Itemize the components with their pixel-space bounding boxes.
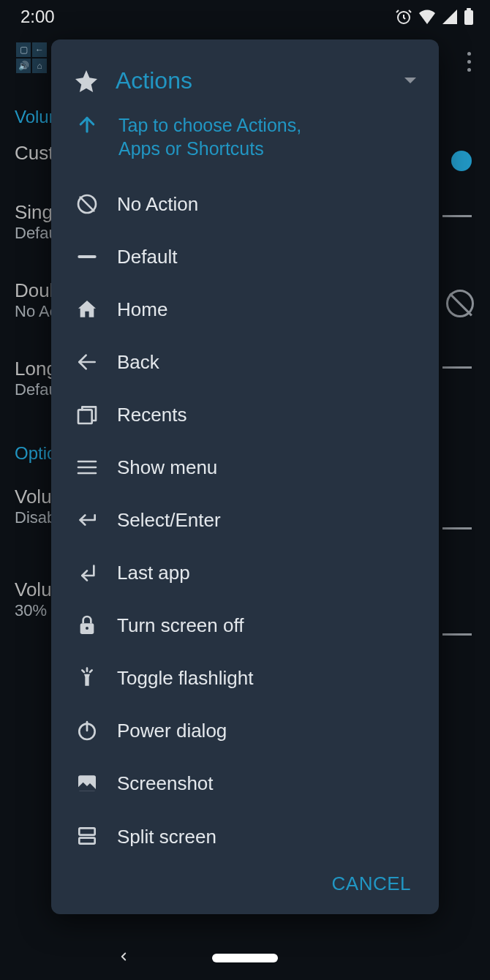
return-icon — [75, 508, 99, 532]
svg-rect-1 — [464, 10, 473, 25]
cancel-button[interactable]: CANCEL — [332, 872, 411, 895]
image-icon — [75, 771, 99, 796]
action-list: No ActionDefaultHomeBackRecentsShow menu… — [51, 178, 439, 859]
battery-icon — [464, 8, 474, 26]
action-item-label: Toggle flashlight — [117, 667, 253, 690]
dialog-footer: CANCEL — [51, 859, 439, 914]
star-icon — [73, 68, 99, 94]
last-app-icon — [75, 560, 99, 585]
action-item-screenshot[interactable]: Screenshot — [66, 757, 424, 810]
nav-home-pill[interactable] — [212, 954, 278, 962]
svg-point-6 — [86, 627, 88, 630]
action-item-label: Home — [117, 298, 167, 321]
action-item-label: Select/Enter — [117, 509, 221, 532]
overflow-icon[interactable] — [467, 52, 471, 72]
action-item-screen-off[interactable]: Turn screen off — [66, 599, 424, 652]
action-item-show-menu[interactable]: Show menu — [66, 441, 424, 494]
action-item-label: Recents — [117, 404, 186, 426]
recents-icon — [75, 402, 99, 427]
dialog-hint-row[interactable]: Tap to choose Actions, Apps or Shortcuts — [51, 103, 439, 178]
flashlight-icon — [75, 666, 99, 690]
action-item-label: Turn screen off — [117, 614, 244, 637]
svg-rect-2 — [467, 8, 471, 10]
power-icon — [75, 718, 99, 743]
actions-dialog: Actions Tap to choose Actions, Apps or S… — [51, 39, 439, 914]
action-item-home[interactable]: Home — [66, 283, 424, 336]
app-icon: ▢←🔊⌂ — [16, 42, 47, 73]
action-item-label: Default — [117, 246, 177, 268]
action-item-select-enter[interactable]: Select/Enter — [66, 494, 424, 546]
action-item-label: Last app — [117, 562, 190, 584]
dropdown-icon[interactable] — [404, 77, 417, 86]
menu-icon — [75, 455, 99, 480]
svg-rect-9 — [79, 828, 94, 834]
status-icons — [395, 8, 474, 26]
toggle-icon — [451, 151, 472, 171]
action-item-label: Screenshot — [117, 772, 214, 795]
dialog-hint-text: Tap to choose Actions, Apps or Shortcuts — [118, 113, 323, 160]
arrow-up-icon — [76, 113, 98, 135]
no-action-icon — [446, 290, 474, 317]
svg-rect-10 — [79, 838, 94, 844]
split-icon — [75, 823, 99, 848]
wifi-icon — [418, 9, 436, 25]
action-item-label: Back — [117, 351, 159, 374]
signal-icon — [442, 9, 458, 25]
action-item-split-screen[interactable]: Split screen — [66, 810, 424, 859]
dash-icon — [75, 244, 99, 269]
action-item-last-app[interactable]: Last app — [66, 546, 424, 599]
action-item-back[interactable]: Back — [66, 336, 424, 388]
svg-rect-4 — [78, 410, 92, 423]
status-bar: 2:00 — [0, 0, 490, 34]
action-item-label: Split screen — [117, 826, 216, 846]
nav-back-icon[interactable] — [117, 949, 130, 968]
action-item-recents[interactable]: Recents — [66, 388, 424, 441]
lock-icon — [75, 613, 99, 638]
action-item-flashlight[interactable]: Toggle flashlight — [66, 652, 424, 704]
android-navbar — [0, 936, 490, 980]
home-icon — [75, 297, 99, 322]
no-sign-icon — [75, 192, 99, 216]
action-item-default[interactable]: Default — [66, 230, 424, 283]
action-item-label: No Action — [117, 193, 198, 216]
dialog-header[interactable]: Actions — [51, 39, 439, 103]
action-item-label: Show menu — [117, 456, 217, 479]
dialog-title: Actions — [116, 67, 388, 94]
action-item-label: Power dialog — [117, 720, 227, 742]
status-time: 2:00 — [20, 7, 55, 27]
alarm-icon — [395, 8, 412, 26]
action-item-power-dialog[interactable]: Power dialog — [66, 704, 424, 757]
action-item-no-action[interactable]: No Action — [66, 178, 424, 230]
arrow-left-icon — [75, 350, 99, 374]
